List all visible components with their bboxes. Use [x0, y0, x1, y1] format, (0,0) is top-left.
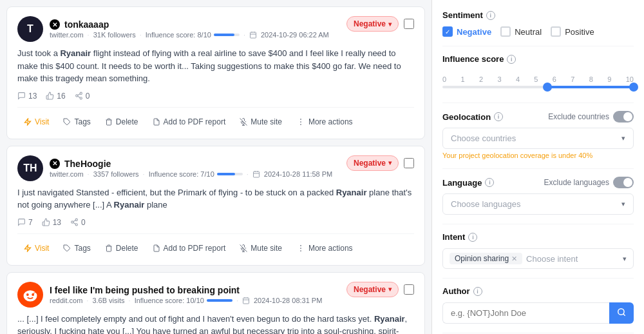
- svg-point-21: [75, 219, 77, 221]
- calendar-icon: [249, 31, 257, 39]
- lang-info-icon[interactable]: i: [485, 178, 494, 187]
- more-icon: [296, 244, 305, 253]
- geo-exclude-label: Exclude countries: [548, 111, 634, 123]
- mute-site-button[interactable]: Mute site: [233, 241, 289, 256]
- intent-tag-remove-icon[interactable]: ✕: [511, 255, 517, 263]
- divider2: [442, 103, 634, 103]
- svg-point-31: [300, 245, 301, 246]
- geo-coverage-note: Your project geolocation coverage is und…: [442, 152, 634, 159]
- slider-thumb-left[interactable]: [543, 83, 552, 92]
- geo-info-icon[interactable]: i: [494, 112, 503, 121]
- sentiment-badge-text: Negative: [354, 285, 386, 294]
- sentiment-info-icon[interactable]: i: [486, 11, 495, 20]
- chevron-down-icon: ▾: [621, 200, 625, 208]
- intent-section: Intent i Opinion sharing ✕ Choose intent…: [442, 232, 634, 269]
- lang-title-text: Language: [442, 178, 482, 188]
- influence-info-icon[interactable]: i: [507, 55, 516, 64]
- slider-track: [442, 86, 634, 88]
- author-info-icon[interactable]: i: [473, 287, 482, 296]
- card-card3: I feel like I'm being pushed to breaking…: [6, 272, 425, 335]
- svg-point-4: [80, 92, 82, 94]
- influence-bar-bg: [217, 173, 243, 175]
- slider-thumb-right[interactable]: [629, 83, 638, 92]
- influence-slider[interactable]: 012345678910: [442, 70, 634, 93]
- intent-info-icon[interactable]: i: [468, 233, 477, 242]
- filter-panel: Sentiment i Negative Neutral Positive In…: [431, 0, 644, 334]
- tags-button[interactable]: Tags: [57, 114, 97, 130]
- slider-labels: 012345678910: [442, 75, 634, 83]
- card-body: ... [...] I feel completely empty and ou…: [17, 313, 414, 335]
- author-input[interactable]: [442, 302, 609, 324]
- geo-section: Geolocation i Exclude countries Choose c…: [442, 111, 634, 159]
- tags-button[interactable]: Tags: [57, 241, 97, 256]
- avatar: TH: [17, 155, 43, 181]
- card-select-checkbox[interactable]: [404, 284, 414, 295]
- lang-header: Language i Exclude languages: [442, 177, 634, 188]
- svg-point-38: [35, 288, 39, 293]
- sentiment-badge[interactable]: Negative ▾: [346, 282, 399, 297]
- visit-button[interactable]: Visit: [17, 114, 55, 130]
- svg-point-22: [71, 221, 73, 223]
- post-date: 2024-10-29 06:22 AM: [261, 31, 329, 39]
- delete-button[interactable]: Delete: [99, 114, 145, 130]
- sentiment-positive-option[interactable]: Positive: [551, 26, 594, 37]
- trash-icon: [105, 118, 113, 126]
- calendar-icon: [252, 170, 260, 178]
- site-name: twitter.com: [50, 31, 84, 39]
- author-input-wrap: [442, 302, 634, 324]
- user-info: I feel like I'm being pushed to breaking…: [50, 285, 322, 304]
- author-section-title: Author i: [442, 286, 634, 296]
- svg-point-15: [300, 121, 301, 123]
- geo-label: Geolocation i: [442, 112, 503, 122]
- intent-dropdown[interactable]: Opinion sharing ✕ Choose intent ▾: [442, 248, 634, 269]
- mute-icon: [240, 118, 247, 126]
- more-icon: [296, 117, 305, 126]
- sentiment-positive-checkbox[interactable]: [551, 26, 561, 37]
- svg-point-35: [24, 290, 37, 301]
- svg-point-23: [75, 224, 77, 226]
- sentiment-badge[interactable]: Negative ▾: [346, 155, 399, 171]
- card-header: T ✕ tonkaaaap twitter.com · 31K follower…: [17, 16, 414, 42]
- svg-point-5: [75, 95, 77, 97]
- tag-icon: [63, 118, 71, 126]
- sentiment-badge[interactable]: Negative ▾: [346, 16, 399, 32]
- intent-placeholder-text: Choose intent: [526, 254, 619, 264]
- comments-stat: 13: [17, 92, 37, 101]
- delete-button[interactable]: Delete: [99, 241, 145, 256]
- influence-section-title: Influence score i: [442, 54, 634, 64]
- visit-button[interactable]: Visit: [17, 241, 55, 256]
- card-select-checkbox[interactable]: [404, 19, 414, 29]
- post-date: 2024-10-28 08:31 PM: [254, 297, 322, 304]
- mute-site-button[interactable]: Mute site: [233, 114, 289, 130]
- geo-exclude-toggle[interactable]: [613, 111, 634, 123]
- geo-title-text: Geolocation: [442, 112, 491, 122]
- shares-stat: 0: [75, 92, 90, 101]
- user-meta: twitter.com · 3357 followers · Influence…: [50, 170, 332, 178]
- site-name: twitter.com: [50, 170, 84, 178]
- influence-score: Influence score: 10/10: [135, 297, 232, 304]
- geo-country-dropdown[interactable]: Choose countries ▾: [442, 128, 634, 149]
- divider6: [442, 333, 634, 333]
- sentiment-negative-checkbox[interactable]: [442, 26, 453, 37]
- lang-exclude-text: Exclude languages: [544, 178, 609, 187]
- more-actions-button[interactable]: More actions: [290, 241, 359, 256]
- lang-dropdown[interactable]: Choose languages ▾: [442, 193, 634, 215]
- sentiment-neutral-option[interactable]: Neutral: [500, 26, 542, 37]
- more-actions-button[interactable]: More actions: [290, 114, 359, 130]
- chevron-down-icon: ▾: [388, 159, 392, 166]
- add-to-pdf-button[interactable]: Add to PDF report: [146, 114, 232, 130]
- sentiment-negative-option[interactable]: Negative: [442, 26, 491, 37]
- comment-icon: [17, 218, 26, 226]
- add-to-pdf-button[interactable]: Add to PDF report: [146, 241, 232, 256]
- svg-marker-26: [25, 245, 31, 251]
- user-meta: twitter.com · 31K followers · Influence …: [50, 31, 329, 39]
- divider1: [442, 46, 634, 46]
- svg-point-32: [300, 248, 301, 249]
- lang-exclude-toggle[interactable]: [613, 177, 634, 188]
- sentiment-neutral-checkbox[interactable]: [500, 26, 511, 37]
- influence-bar-fill: [207, 299, 232, 302]
- username: ✕ TheHoogie: [50, 159, 332, 169]
- card-select-checkbox[interactable]: [404, 158, 414, 168]
- card-header: TH ✕ TheHoogie twitter.com · 3357 follow…: [17, 155, 414, 181]
- author-search-button[interactable]: [609, 302, 634, 324]
